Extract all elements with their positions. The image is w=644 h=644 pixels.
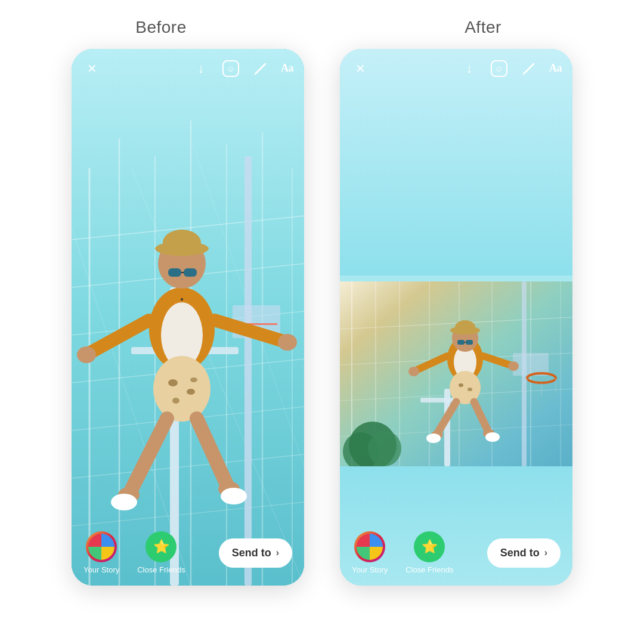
your-story-label: Your Story <box>83 565 119 574</box>
svg-point-31 <box>181 298 183 301</box>
svg-point-27 <box>163 230 201 256</box>
after-sticker-icon: ☺ <box>491 60 507 77</box>
svg-point-43 <box>111 494 137 510</box>
your-story-icon <box>86 531 117 562</box>
after-grid-q3 <box>357 547 370 560</box>
before-bottom-bar: Your Story ⭐ Close Friends Send to › <box>72 526 304 586</box>
svg-point-39 <box>172 398 179 404</box>
before-toolbar-right: ↓ ☺ Aa <box>191 59 293 78</box>
after-photo-strip <box>340 281 572 466</box>
svg-point-85 <box>508 361 519 371</box>
before-label: Before <box>0 18 322 37</box>
svg-point-46 <box>221 488 247 504</box>
svg-point-94 <box>485 432 500 442</box>
after-sticker-button[interactable]: ☺ <box>490 59 509 78</box>
after-send-to-button[interactable]: Send to › <box>487 538 561 568</box>
send-to-label: Send to <box>232 547 271 559</box>
before-text-button[interactable]: Aa <box>281 62 293 75</box>
before-story-options: Your Story ⭐ Close Friends <box>83 531 185 574</box>
after-close-button[interactable]: ✕ <box>351 59 370 78</box>
svg-point-71 <box>368 431 401 466</box>
labels-row: Before After <box>0 0 644 49</box>
after-toolbar: ✕ ↓ ☺ <box>340 49 572 88</box>
svg-point-35 <box>278 334 297 351</box>
grid-q1 <box>88 534 101 547</box>
after-grid-q4 <box>370 547 383 560</box>
after-toolbar-right: ↓ ☺ Aa <box>460 59 562 78</box>
before-send-to-button[interactable]: Send to › <box>219 538 292 568</box>
main-container: Before After <box>0 0 644 644</box>
your-story-grid <box>88 534 114 560</box>
svg-point-36 <box>153 356 210 422</box>
after-close-friends[interactable]: ⭐ Close Friends <box>405 531 453 574</box>
after-story-options: Your Story ⭐ Close Friends <box>352 531 453 574</box>
close-friends-label: Close Friends <box>137 565 185 574</box>
after-bottom-bar: Your Story ⭐ Close Friends Send to › <box>340 526 572 586</box>
svg-point-40 <box>190 377 197 382</box>
after-label: After <box>322 18 644 37</box>
grid-q4 <box>101 547 114 560</box>
after-close-friends-label: Close Friends <box>405 565 453 574</box>
before-download-button[interactable]: ↓ <box>191 59 210 78</box>
after-download-button[interactable]: ↓ <box>460 59 479 78</box>
before-close-friends[interactable]: ⭐ Close Friends <box>137 531 185 574</box>
svg-point-87 <box>459 383 463 387</box>
after-draw-button[interactable] <box>519 59 538 78</box>
after-your-story[interactable]: Your Story <box>352 531 388 574</box>
before-draw-button[interactable] <box>251 59 270 78</box>
after-text-button[interactable]: Aa <box>549 62 562 75</box>
after-send-to-label: Send to <box>500 547 540 559</box>
svg-rect-18 <box>244 156 252 586</box>
pen-icon <box>254 62 267 75</box>
svg-rect-79 <box>457 340 465 345</box>
after-close-friends-icon: ⭐ <box>414 531 445 562</box>
svg-rect-28 <box>168 268 181 277</box>
close-friends-icon: ⭐ <box>145 531 177 562</box>
grid-q2 <box>101 534 114 547</box>
before-toolbar-left: ✕ <box>82 59 101 78</box>
grid-q3 <box>88 547 101 560</box>
before-scene <box>72 49 304 586</box>
svg-point-33 <box>77 346 96 363</box>
before-close-button[interactable]: ✕ <box>82 59 101 78</box>
svg-rect-80 <box>466 340 473 345</box>
after-your-story-icon <box>354 531 385 562</box>
before-your-story[interactable]: Your Story <box>83 531 119 574</box>
after-pen-icon <box>522 62 535 75</box>
after-grid-q1 <box>357 534 370 547</box>
after-send-arrow-icon: › <box>544 547 547 558</box>
after-your-story-grid <box>357 534 383 560</box>
before-sticker-button[interactable]: ☺ <box>221 59 240 78</box>
after-phone: ✕ ↓ ☺ <box>340 49 572 586</box>
svg-point-78 <box>455 320 475 335</box>
before-toolbar: ✕ ↓ ☺ <box>72 49 304 88</box>
svg-point-83 <box>408 367 419 376</box>
svg-point-91 <box>426 434 441 443</box>
after-toolbar-left: ✕ <box>351 59 370 78</box>
send-arrow-icon: › <box>276 547 279 558</box>
svg-point-88 <box>467 388 472 391</box>
after-grid-q2 <box>370 534 383 547</box>
svg-point-37 <box>168 379 178 386</box>
after-your-story-label: Your Story <box>352 565 388 574</box>
phones-row: ✕ ↓ ☺ <box>0 49 644 644</box>
after-photo-scene <box>340 281 572 466</box>
svg-rect-29 <box>184 268 197 277</box>
sticker-icon: ☺ <box>222 60 239 77</box>
svg-point-38 <box>187 389 195 395</box>
before-phone: ✕ ↓ ☺ <box>72 49 304 586</box>
